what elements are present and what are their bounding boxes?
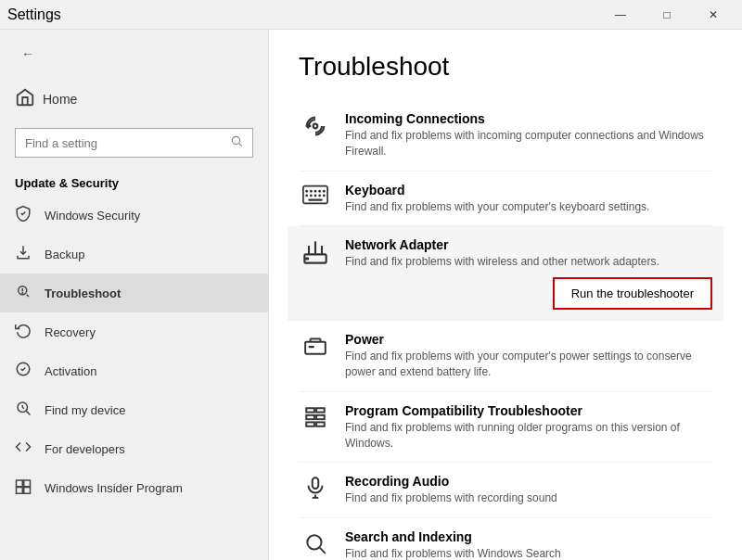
recovery-icon xyxy=(15,322,32,342)
list-item: Recording Audio Find and fix problems wi… xyxy=(299,463,712,518)
keyboard-name: Keyboard xyxy=(345,183,712,197)
svg-rect-38 xyxy=(316,408,325,412)
power-desc: Find and fix problems with your computer… xyxy=(345,349,712,380)
network-adapter-name: Network Adapter xyxy=(345,237,712,252)
list-item: Search and Indexing Find and fix problem… xyxy=(299,518,712,560)
sidebar-item-windows-insider[interactable]: Windows Insider Program xyxy=(0,468,268,507)
title-bar-controls: — □ ✕ xyxy=(599,0,735,30)
svg-rect-43 xyxy=(313,478,319,490)
developers-icon xyxy=(15,439,32,459)
home-label: Home xyxy=(43,92,77,107)
svg-rect-40 xyxy=(316,415,325,419)
program-compat-name: Program Compatibility Troubleshooter xyxy=(345,403,712,418)
title-bar: Settings — □ ✕ xyxy=(0,0,742,30)
sidebar-label-troubleshoot: Troubleshoot xyxy=(45,286,121,300)
list-item: Keyboard Find and fix problems with your… xyxy=(299,172,712,227)
page-title: Troubleshoot xyxy=(299,52,712,82)
program-compat-icon xyxy=(299,403,332,429)
program-compat-desc: Find and fix problems with running older… xyxy=(345,420,712,452)
run-troubleshooter-button[interactable]: Run the troubleshooter xyxy=(553,277,712,310)
search-indexing-icon xyxy=(299,529,332,555)
keyboard-icon xyxy=(299,183,332,205)
list-item: Incoming Connections Find and fix proble… xyxy=(299,100,712,172)
search-icon xyxy=(230,134,243,151)
troubleshoot-icon xyxy=(15,283,32,303)
svg-line-1 xyxy=(239,144,242,146)
windows-security-icon xyxy=(15,205,32,225)
sidebar-item-troubleshoot[interactable]: Troubleshoot xyxy=(0,274,268,312)
app-body: ← Home Update & Security xyxy=(0,30,742,560)
sidebar-nav-top: ← xyxy=(0,30,268,78)
sidebar-item-recovery[interactable]: Recovery xyxy=(0,312,268,351)
sidebar-label-backup: Backup xyxy=(45,248,84,261)
sidebar-item-find-my-device[interactable]: Find my device xyxy=(0,390,268,429)
incoming-connections-icon xyxy=(299,111,332,139)
sidebar-item-home[interactable]: Home xyxy=(0,78,268,121)
svg-line-8 xyxy=(26,411,30,414)
search-indexing-name: Search and Indexing xyxy=(345,529,712,544)
search-box[interactable] xyxy=(15,128,253,158)
recording-audio-desc: Find and fix problems with recording sou… xyxy=(345,490,712,506)
network-adapter-icon xyxy=(299,237,332,265)
title-bar-title: Settings xyxy=(7,6,61,23)
windows-insider-icon xyxy=(15,477,32,498)
sidebar: ← Home Update & Security xyxy=(0,30,269,560)
back-button[interactable]: ← xyxy=(15,41,41,67)
recording-audio-name: Recording Audio xyxy=(345,474,712,489)
search-input[interactable] xyxy=(25,136,223,150)
svg-rect-32 xyxy=(305,342,326,354)
run-btn-container: Run the troubleshooter xyxy=(345,277,712,310)
find-device-icon xyxy=(15,400,32,420)
sidebar-label-windows-security: Windows Security xyxy=(45,209,140,223)
backup-icon xyxy=(15,244,32,264)
sidebar-label-activation: Activation xyxy=(45,364,96,378)
svg-rect-12 xyxy=(24,488,31,494)
svg-rect-41 xyxy=(306,422,314,426)
svg-line-47 xyxy=(320,548,326,554)
close-button[interactable]: ✕ xyxy=(692,0,735,30)
svg-point-13 xyxy=(313,124,318,129)
title-bar-left: Settings xyxy=(7,6,61,23)
search-indexing-desc: Find and fix problems with Windows Searc… xyxy=(345,546,712,560)
network-adapter-desc: Find and fix problems with wireless and … xyxy=(345,254,712,270)
maximize-button[interactable]: □ xyxy=(646,0,688,30)
list-item: Program Compatibility Troubleshooter Fin… xyxy=(299,392,712,464)
sidebar-label-find-my-device: Find my device xyxy=(45,403,125,417)
svg-rect-42 xyxy=(316,422,325,426)
sidebar-label-windows-insider: Windows Insider Program xyxy=(45,481,183,495)
sidebar-item-backup[interactable]: Backup xyxy=(0,235,268,274)
svg-point-46 xyxy=(307,536,321,550)
recording-audio-icon xyxy=(299,474,332,500)
list-item: Network Adapter Find and fix problems wi… xyxy=(288,226,723,321)
sidebar-item-for-developers[interactable]: For developers xyxy=(0,429,268,468)
svg-rect-11 xyxy=(17,488,23,494)
activation-icon xyxy=(15,361,32,381)
sidebar-item-activation[interactable]: Activation xyxy=(0,351,268,390)
sidebar-label-recovery: Recovery xyxy=(45,325,96,339)
home-icon xyxy=(15,87,32,111)
incoming-connections-name: Incoming Connections xyxy=(345,111,712,126)
sidebar-item-windows-security[interactable]: Windows Security xyxy=(0,196,268,235)
section-label: Update & Security xyxy=(0,165,268,196)
sidebar-label-for-developers: For developers xyxy=(45,442,125,456)
main-content: Troubleshoot Incoming Connections Find a… xyxy=(269,30,742,560)
incoming-connections-desc: Find and fix problems with incoming comp… xyxy=(345,128,712,159)
power-icon xyxy=(299,332,332,358)
svg-rect-10 xyxy=(24,480,31,487)
list-item: Power Find and fix problems with your co… xyxy=(299,321,712,392)
svg-rect-9 xyxy=(17,480,23,487)
svg-point-0 xyxy=(232,136,239,144)
minimize-button[interactable]: — xyxy=(599,0,642,30)
power-name: Power xyxy=(345,332,712,347)
svg-rect-37 xyxy=(306,408,314,412)
svg-rect-39 xyxy=(306,415,314,419)
keyboard-desc: Find and fix problems with your computer… xyxy=(345,199,712,215)
